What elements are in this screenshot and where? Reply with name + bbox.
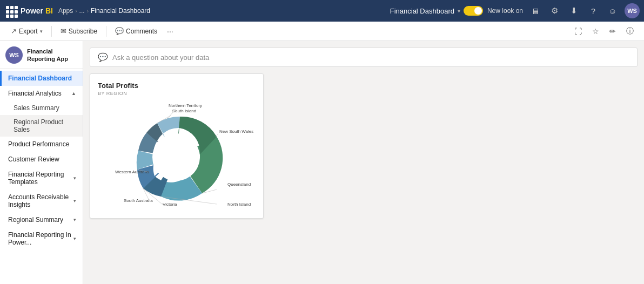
export-button[interactable]: ↗ Export ▾ xyxy=(6,25,47,37)
comments-icon: 💬 xyxy=(115,27,124,35)
donut-hole xyxy=(152,133,200,181)
financial-reporting-in-power-chevron-icon: ▾ xyxy=(73,236,76,241)
user-avatar[interactable]: WS xyxy=(625,3,640,18)
title-dropdown-icon: ▾ xyxy=(458,8,460,14)
toolbar-separator-1 xyxy=(51,26,52,37)
new-look-toggle[interactable] xyxy=(464,6,483,16)
toolbar-right-icons: ⛶ ☆ ✏ ⓘ xyxy=(571,24,638,39)
monitor-icon[interactable]: 🖥 xyxy=(527,3,542,18)
subscribe-icon: ✉ xyxy=(61,27,66,35)
sidebar-item-product-performance[interactable]: Product Performance xyxy=(0,137,83,152)
new-look-label: New look on xyxy=(487,7,523,15)
feedback-icon[interactable]: ☺ xyxy=(605,3,620,18)
label-south-island: South Island xyxy=(172,109,196,113)
label-victoria: Victoria xyxy=(163,202,177,207)
breadcrumb: Apps › ... › Financial Dashboard xyxy=(58,7,150,15)
sidebar-item-financial-dashboard[interactable]: Financial Dashboard xyxy=(0,71,83,86)
sidebar-item-product-performance-label: Product Performance xyxy=(8,140,69,148)
bookmark-icon[interactable]: ☆ xyxy=(588,24,603,39)
topbar-center-title[interactable]: Financial Dashboard ▾ xyxy=(390,7,460,15)
sidebar-item-accounts-receivable-insights-label: Accounts Receivable Insights xyxy=(8,193,73,208)
chart-title: Total Profits xyxy=(98,82,256,90)
sidebar-item-regional-summary[interactable]: Regional Summary ▾ xyxy=(0,212,83,227)
regional-summary-chevron-icon: ▾ xyxy=(73,217,76,222)
app-launcher-icon[interactable] xyxy=(4,4,17,17)
edit-icon[interactable]: ✏ xyxy=(605,24,620,39)
breadcrumb-more[interactable]: ... xyxy=(79,7,85,15)
top-navbar: Power BI Apps › ... › Financial Dashboar… xyxy=(0,0,644,22)
sidebar-item-sales-summary-label: Sales Summary xyxy=(14,104,59,112)
sidebar-item-customer-review[interactable]: Customer Review xyxy=(0,152,83,167)
breadcrumb-sep-2: › xyxy=(87,8,89,14)
sidebar-item-regional-product-sales-label: Regional Product Sales xyxy=(14,118,76,133)
topbar-right: New look on 🖥 ⚙ ⬇ ? ☺ WS xyxy=(464,3,640,18)
settings-icon[interactable]: ⚙ xyxy=(547,3,562,18)
total-profits-card: Total Profits BY REGION xyxy=(90,73,264,219)
report-info-icon[interactable]: ⓘ xyxy=(622,24,638,39)
donut-chart[interactable]: New South Wales Queensland North Island … xyxy=(98,100,254,208)
sidebar-nav: Financial Dashboard Financial Analytics … xyxy=(0,69,83,252)
sidebar-item-financial-reporting-in-power[interactable]: Financial Reporting In Power... ▾ xyxy=(0,227,83,250)
main-layout: WS Financial Reporting App Financial Das… xyxy=(0,41,644,284)
sidebar-item-financial-dashboard-label: Financial Dashboard xyxy=(8,75,72,82)
sidebar-item-customer-review-label: Customer Review xyxy=(8,155,59,163)
breadcrumb-current: Financial Dashboard xyxy=(91,7,150,15)
sidebar-app-name: Financial Reporting App xyxy=(27,48,77,63)
fullscreen-icon[interactable]: ⛶ xyxy=(571,24,586,39)
sidebar-item-financial-reporting-in-power-label: Financial Reporting In Power... xyxy=(8,231,73,246)
export-icon: ↗ xyxy=(11,27,17,35)
financial-analytics-chevron-icon: ▲ xyxy=(71,91,76,96)
sidebar-item-accounts-receivable-insights[interactable]: Accounts Receivable Insights ▾ xyxy=(0,190,83,212)
comments-button[interactable]: 💬 Comments xyxy=(111,25,162,37)
toolbar-separator-2 xyxy=(106,26,106,37)
label-western-australia: Western Australia xyxy=(115,170,149,174)
report-title: Financial Dashboard xyxy=(390,7,454,15)
sidebar-item-regional-summary-label: Regional Summary xyxy=(8,216,63,224)
label-nsw: New South Wales xyxy=(219,129,253,134)
sidebar: WS Financial Reporting App Financial Das… xyxy=(0,41,83,284)
brand-logo: Power BI xyxy=(21,6,53,15)
label-south-australia: South Australia xyxy=(124,198,153,203)
sidebar-item-financial-analytics-label: Financial Analytics xyxy=(8,90,62,97)
sidebar-item-financial-reporting-templates[interactable]: Financial Reporting Templates ▾ xyxy=(0,167,83,190)
financial-reporting-templates-chevron-icon: ▾ xyxy=(73,175,76,181)
breadcrumb-sep-1: › xyxy=(75,8,77,14)
help-icon[interactable]: ? xyxy=(586,3,601,18)
content-area: 💬 Ask a question about your data Total P… xyxy=(83,41,644,284)
ask-question-bar[interactable]: 💬 Ask a question about your data xyxy=(90,48,638,67)
export-caret-icon: ▾ xyxy=(40,29,43,34)
chart-subtitle: BY REGION xyxy=(98,91,256,96)
download-icon[interactable]: ⬇ xyxy=(566,3,581,18)
sidebar-item-financial-analytics[interactable]: Financial Analytics ▲ xyxy=(0,86,83,101)
breadcrumb-apps[interactable]: Apps xyxy=(58,7,73,15)
qa-icon: 💬 xyxy=(98,52,108,62)
label-northern-territory: Northern Territory xyxy=(169,103,202,108)
more-options-button[interactable]: ··· xyxy=(164,25,177,38)
sidebar-item-regional-product-sales[interactable]: Regional Product Sales xyxy=(0,115,83,137)
label-qld: Queensland xyxy=(227,182,251,187)
sidebar-item-sales-summary[interactable]: Sales Summary xyxy=(0,101,83,115)
sidebar-avatar: WS xyxy=(5,46,23,64)
sidebar-app-header: WS Financial Reporting App xyxy=(0,41,83,69)
sidebar-item-financial-reporting-templates-label: Financial Reporting Templates xyxy=(8,171,73,186)
ask-question-placeholder: Ask a question about your data xyxy=(112,53,209,62)
action-toolbar: ↗ Export ▾ ✉ Subscribe 💬 Comments ··· ⛶ … xyxy=(0,22,644,41)
topbar-left: Power BI Apps › ... › Financial Dashboar… xyxy=(4,4,387,17)
accounts-receivable-chevron-icon: ▾ xyxy=(73,198,76,204)
label-north-island: North Island xyxy=(227,202,251,207)
svg-line-0 xyxy=(216,134,218,137)
subscribe-button[interactable]: ✉ Subscribe xyxy=(56,25,102,37)
